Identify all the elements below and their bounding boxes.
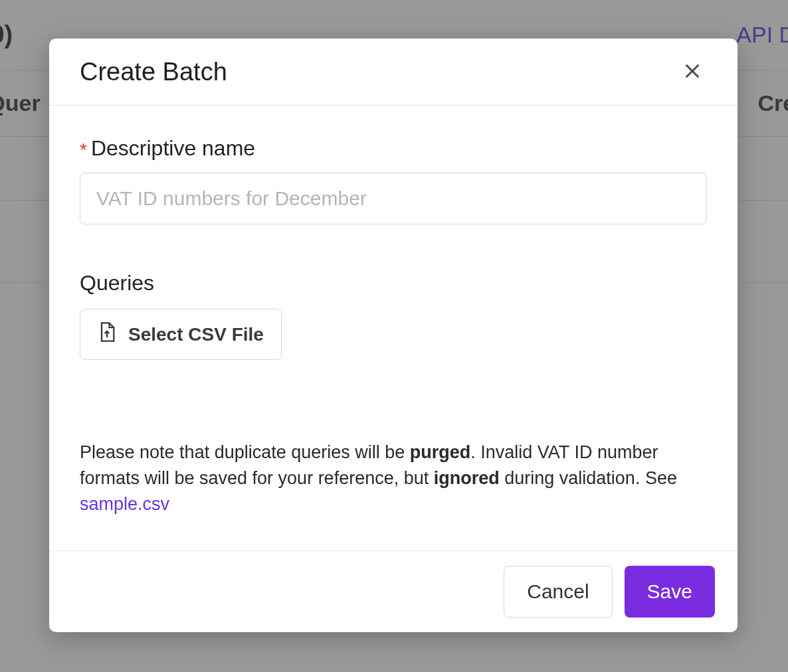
- queries-label: Queries: [80, 271, 707, 295]
- modal-footer: Cancel Save: [49, 550, 738, 632]
- modal-body: *Descriptive name Queries Select CSV Fil…: [49, 106, 738, 550]
- create-batch-modal: Create Batch *Descriptive name Queries S…: [49, 39, 738, 632]
- cancel-button[interactable]: Cancel: [504, 566, 612, 618]
- file-upload-icon: [98, 321, 116, 347]
- note-pre: Please note that duplicate queries will …: [80, 442, 410, 462]
- required-asterisk: *: [80, 139, 87, 160]
- descriptive-name-input[interactable]: [80, 173, 707, 224]
- note-text: Please note that duplicate queries will …: [80, 440, 707, 517]
- sample-csv-link[interactable]: sample.csv: [80, 494, 169, 514]
- select-csv-file-label: Select CSV File: [128, 324, 264, 345]
- descriptive-name-label-text: Descriptive name: [91, 136, 255, 160]
- close-icon: [683, 62, 702, 82]
- note-post: during validation. See: [500, 468, 677, 488]
- note-purged: purged: [410, 442, 471, 462]
- modal-title: Create Batch: [80, 58, 227, 86]
- close-button[interactable]: [678, 57, 707, 86]
- modal-header: Create Batch: [49, 39, 738, 106]
- select-csv-file-button[interactable]: Select CSV File: [80, 309, 282, 360]
- save-button[interactable]: Save: [625, 566, 715, 618]
- note-ignored: ignored: [434, 468, 500, 488]
- descriptive-name-label: *Descriptive name: [80, 136, 707, 161]
